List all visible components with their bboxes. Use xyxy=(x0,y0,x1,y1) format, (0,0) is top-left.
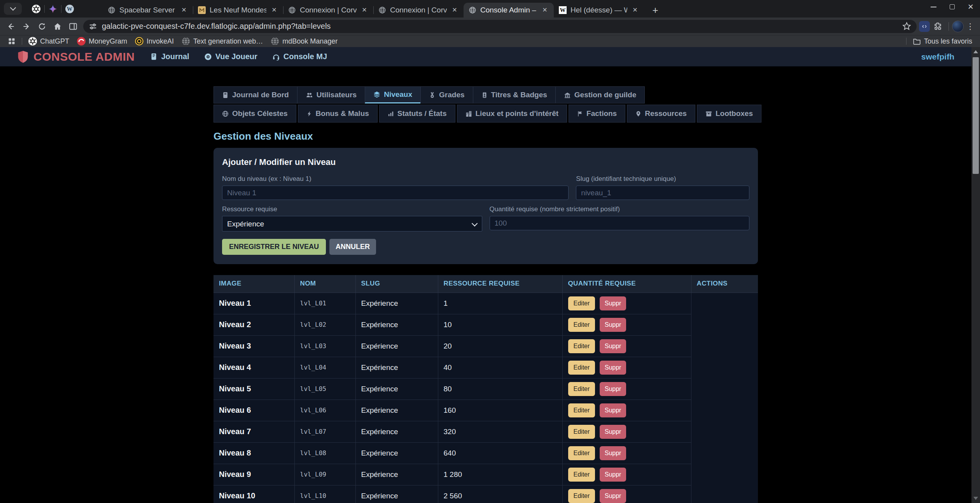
bookmark-invokeai[interactable]: InvokeAI xyxy=(131,36,178,46)
minimize-icon xyxy=(931,7,936,7)
pinned-tab-gemini[interactable] xyxy=(45,2,61,16)
bookmark-textgen[interactable]: Text generation web… xyxy=(178,36,267,46)
tab-grades[interactable]: Grades xyxy=(420,86,473,103)
delete-button[interactable]: Suppr xyxy=(600,339,626,353)
tab-utilisateurs[interactable]: Utilisateurs xyxy=(297,86,365,103)
forward-button[interactable] xyxy=(19,19,34,34)
reload-button[interactable] xyxy=(34,19,50,34)
url-text[interactable]: galactic-pve-conquest-c7fe.dev.flatlogic… xyxy=(102,22,902,31)
scrollbar-thumb[interactable] xyxy=(973,57,979,174)
close-icon[interactable]: ✕ xyxy=(450,6,459,14)
tab-lieux-poi[interactable]: Lieux et points d'intérêt xyxy=(457,105,567,123)
cancel-button[interactable]: ANNULER xyxy=(329,239,376,255)
edit-button[interactable]: Editer xyxy=(568,489,595,503)
level-slug: lvl_L06 xyxy=(300,407,326,414)
browser-tab[interactable]: W Hel (déesse) — Wikipédia ✕ xyxy=(554,3,644,18)
delete-button[interactable]: Suppr xyxy=(600,296,626,310)
browser-menu-button[interactable]: ⋮ xyxy=(964,22,977,31)
extensions-button[interactable] xyxy=(930,19,945,34)
flag-icon xyxy=(577,110,583,117)
level-name-input[interactable] xyxy=(222,186,569,200)
all-bookmarks-button[interactable]: Tous les favoris xyxy=(909,36,976,46)
nav-console-mj[interactable]: Console MJ xyxy=(272,52,327,61)
delete-button[interactable]: Suppr xyxy=(600,403,626,417)
pinned-extension-button[interactable] xyxy=(919,21,930,32)
tab-bonus-malus[interactable]: Bonus & Malus xyxy=(298,105,378,123)
edit-button[interactable]: Editer xyxy=(568,318,595,332)
book-icon xyxy=(222,92,229,98)
tab-ressources[interactable]: Ressources xyxy=(627,105,695,123)
browser-scrollbar[interactable] xyxy=(971,47,980,503)
tab-statuts-etats[interactable]: Statuts / États xyxy=(379,105,455,123)
profile-avatar[interactable] xyxy=(952,21,964,32)
scroll-up-arrow-icon[interactable] xyxy=(973,50,978,53)
window-minimize-button[interactable] xyxy=(924,0,943,14)
edit-button[interactable]: Editer xyxy=(568,361,595,375)
bookmark-chatgpt[interactable]: ChatGPT xyxy=(24,36,73,46)
bookmark-moneygram[interactable]: MoneyGram xyxy=(73,36,131,46)
username[interactable]: swefpifh xyxy=(921,52,954,61)
nav-vue-joueur[interactable]: Vue Joueur xyxy=(204,52,257,61)
close-icon[interactable]: ✕ xyxy=(541,6,549,14)
tab-objets-celestes[interactable]: Objets Célestes xyxy=(214,105,296,123)
tab-factions[interactable]: Factions xyxy=(569,105,625,123)
side-panel-button[interactable] xyxy=(65,19,81,34)
browser-tab[interactable]: Spacebar Server ✕ xyxy=(103,3,193,18)
browser-tab[interactable]: Connexion | Corvara ✕ xyxy=(283,3,373,18)
delete-button[interactable]: Suppr xyxy=(600,489,626,503)
browser-tab[interactable]: Connexion | Corvara ✕ xyxy=(373,3,464,18)
tab-search-button[interactable] xyxy=(4,3,22,15)
edit-button[interactable]: Editer xyxy=(568,403,595,417)
delete-button[interactable]: Suppr xyxy=(600,468,626,482)
scroll-down-arrow-icon[interactable] xyxy=(973,497,978,500)
secondary-tabs: Objets Célestes Bonus & Malus Statuts / … xyxy=(214,105,758,123)
delete-button[interactable]: Suppr xyxy=(600,318,626,332)
close-icon[interactable]: ✕ xyxy=(270,6,278,14)
window-maximize-button[interactable] xyxy=(943,0,961,14)
pinned-tab-chatgpt[interactable] xyxy=(28,2,44,16)
resource-select[interactable]: Expérience xyxy=(222,216,482,231)
tab-journal-de-bord[interactable]: Journal de Bord xyxy=(214,86,298,103)
tab-lootboxes[interactable]: Lootboxes xyxy=(697,105,761,123)
delete-button[interactable]: Suppr xyxy=(600,382,626,396)
tab-gestion-guilde[interactable]: Gestion de guilde xyxy=(555,86,645,103)
browser-tab[interactable]: Les Neuf Mondes de la Mythol ✕ xyxy=(193,3,283,18)
browser-toolbar: galactic-pve-conquest-c7fe.dev.flatlogic… xyxy=(0,18,980,35)
home-button[interactable] xyxy=(50,19,65,34)
new-tab-button[interactable]: + xyxy=(649,4,661,16)
edit-button[interactable]: Editer xyxy=(568,339,595,353)
save-level-button[interactable]: ENREGISTRER LE NIVEAU xyxy=(222,239,326,255)
pinned-tab-wordpress[interactable]: W xyxy=(61,2,78,16)
edit-button[interactable]: Editer xyxy=(568,425,595,439)
delete-button[interactable]: Suppr xyxy=(600,425,626,439)
level-quantity: 1 280 xyxy=(444,470,462,478)
address-bar[interactable]: galactic-pve-conquest-c7fe.dev.flatlogic… xyxy=(83,20,917,33)
nav-journal[interactable]: Journal xyxy=(150,52,189,61)
tab-niveaux[interactable]: Niveaux xyxy=(365,86,421,103)
level-slug: lvl_L10 xyxy=(300,492,326,499)
bookmark-mdbook[interactable]: mdBook Manager xyxy=(267,36,341,46)
close-icon[interactable]: ✕ xyxy=(631,6,639,14)
edit-button[interactable]: Editer xyxy=(568,296,595,310)
edit-button[interactable]: Editer xyxy=(568,382,595,396)
table-row: Niveau 10 lvl_L10 Expérience 2 560 Edite… xyxy=(214,485,758,503)
back-button[interactable] xyxy=(3,19,19,34)
close-icon[interactable]: ✕ xyxy=(180,6,188,14)
apps-button[interactable] xyxy=(4,36,19,46)
delete-button[interactable]: Suppr xyxy=(600,446,626,460)
browser-tab-active[interactable]: Console Admin – Nexus ✕ xyxy=(464,3,554,18)
site-settings-icon[interactable] xyxy=(89,22,97,31)
edit-button[interactable]: Editer xyxy=(568,468,595,482)
globe-icon xyxy=(378,6,387,14)
tab-titres-badges[interactable]: Titres & Badges xyxy=(473,86,556,103)
quantity-input[interactable] xyxy=(490,216,750,230)
bookmark-star-icon[interactable] xyxy=(902,22,911,31)
level-slug-input[interactable] xyxy=(576,186,749,200)
delete-button[interactable]: Suppr xyxy=(600,361,626,375)
edit-button[interactable]: Editer xyxy=(568,446,595,460)
close-icon[interactable]: ✕ xyxy=(360,6,369,14)
bookmarks-separator xyxy=(906,38,906,45)
window-close-button[interactable]: ✕ xyxy=(961,0,980,14)
mythology-icon xyxy=(198,6,206,14)
tab-label: Objets Célestes xyxy=(232,109,288,118)
